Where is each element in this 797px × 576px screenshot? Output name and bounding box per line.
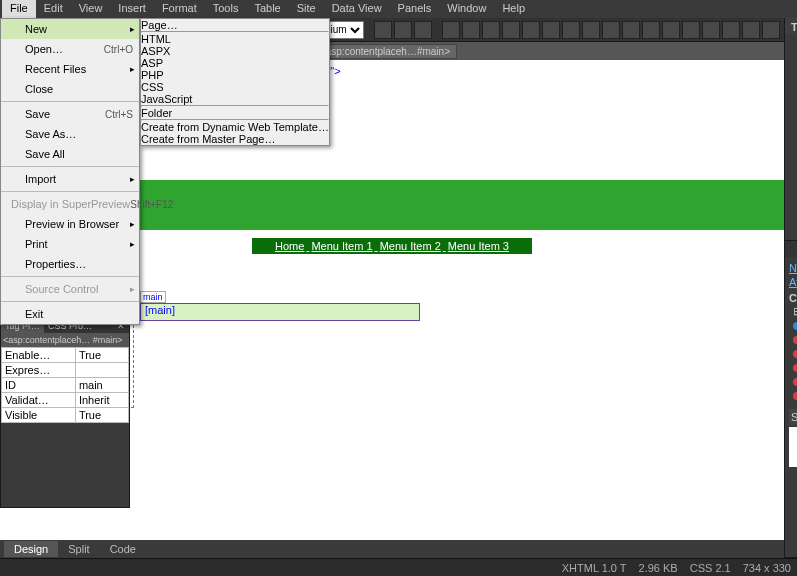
- file-menu-item[interactable]: Exit: [1, 304, 139, 324]
- tag-crumb: <asp:contentplaceh… #main>: [1, 333, 129, 347]
- menu-insert[interactable]: Insert: [110, 0, 154, 18]
- tab-design[interactable]: Design: [4, 541, 58, 557]
- status-doctype: XHTML 1.0 T: [562, 562, 627, 574]
- nav-link[interactable]: Menu Item 3: [448, 240, 509, 252]
- italic-button[interactable]: [462, 21, 480, 39]
- outdent-button[interactable]: [622, 21, 640, 39]
- underline-button[interactable]: [482, 21, 500, 39]
- tree-node[interactable]: ASP.NET Controls: [789, 93, 797, 107]
- placeholder-box[interactable]: [main]: [140, 303, 420, 321]
- toolbar-button[interactable]: [394, 21, 412, 39]
- align-right-button[interactable]: [542, 21, 560, 39]
- toolbar-button[interactable]: [722, 21, 740, 39]
- new-style-link[interactable]: New Style…: [789, 262, 797, 274]
- toolbar-button[interactable]: [662, 21, 680, 39]
- file-menu-item[interactable]: Close: [1, 79, 139, 99]
- css-rule[interactable]: #header: [789, 347, 797, 361]
- new-submenu-item[interactable]: Folder: [141, 107, 329, 119]
- top-nav-menu: Home Menu Item 1 Menu Item 2 Menu Item 3: [252, 238, 532, 254]
- file-menu-item[interactable]: Preview in Browser: [1, 214, 139, 234]
- tab-apply-styles[interactable]: Apply Styles: [785, 241, 797, 257]
- new-submenu-item[interactable]: PHP: [141, 69, 329, 81]
- file-menu-item[interactable]: SaveCtrl+S: [1, 104, 139, 124]
- new-submenu-item[interactable]: CSS: [141, 81, 329, 93]
- menu-window[interactable]: Window: [439, 0, 494, 18]
- file-menu-item[interactable]: Print: [1, 234, 139, 254]
- style-preview-label: Selected style preview:: [789, 409, 797, 425]
- menu-dataview[interactable]: Data View: [324, 0, 390, 18]
- menu-table[interactable]: Table: [246, 0, 288, 18]
- file-menu-item[interactable]: New: [1, 19, 139, 39]
- nav-link[interactable]: Home: [275, 240, 304, 252]
- css-rule[interactable]: #main-content: [789, 389, 797, 403]
- file-menu-item[interactable]: Save As…: [1, 124, 139, 144]
- indent-button[interactable]: [642, 21, 660, 39]
- toolbar-button[interactable]: [414, 21, 432, 39]
- tree-node[interactable]: Media: [789, 79, 797, 93]
- bold-button[interactable]: [442, 21, 460, 39]
- content-placeholder[interactable]: main [main]: [140, 290, 420, 321]
- new-submenu-item[interactable]: ASPX: [141, 45, 329, 57]
- align-center-button[interactable]: [522, 21, 540, 39]
- menu-tools[interactable]: Tools: [205, 0, 247, 18]
- list-button[interactable]: [582, 21, 600, 39]
- toolbar-button[interactable]: [742, 21, 760, 39]
- attach-stylesheet-link[interactable]: Attach Style Sheet…: [789, 276, 797, 288]
- file-menu-item: Source Control: [1, 279, 139, 299]
- view-tabs: Design Split Code: [0, 540, 784, 558]
- menu-view[interactable]: View: [71, 0, 111, 18]
- css-file[interactable]: ⊟ sample.css: [789, 304, 797, 319]
- breadcrumb-segment[interactable]: <asp:contentplaceh…#main>: [313, 44, 457, 59]
- tab-code[interactable]: Code: [100, 541, 146, 557]
- new-submenu-item[interactable]: Create from Master Page…: [141, 133, 329, 145]
- file-menu-item[interactable]: Recent Files: [1, 59, 139, 79]
- menu-file[interactable]: File: [2, 0, 36, 18]
- toolbox-panel: Toolbox ✕ HTMLTagsForm ControlsMediaASP.…: [785, 18, 797, 241]
- toolbar-button[interactable]: [762, 21, 780, 39]
- tree-node[interactable]: Validation: [789, 224, 797, 238]
- new-submenu-item[interactable]: JavaScript: [141, 93, 329, 105]
- new-submenu-item[interactable]: ASP: [141, 57, 329, 69]
- css-rule[interactable]: #left-nav: [789, 375, 797, 389]
- toolbox-title: Toolbox: [791, 21, 797, 33]
- placeholder-tag: main: [140, 291, 166, 303]
- style-preview: [789, 427, 797, 467]
- new-submenu-item[interactable]: Create from Dynamic Web Template…: [141, 121, 329, 133]
- menubar: File Edit View Insert Format Tools Table…: [0, 0, 797, 18]
- file-menu-item[interactable]: Save All: [1, 144, 139, 164]
- tree-node[interactable]: HTML: [789, 37, 797, 51]
- css-rule[interactable]: #container: [789, 333, 797, 347]
- nav-link[interactable]: Menu Item 2: [380, 240, 441, 252]
- file-menu-item[interactable]: Properties…: [1, 254, 139, 274]
- toolbar-button[interactable]: [682, 21, 700, 39]
- new-submenu: Page…HTMLASPXASPPHPCSSJavaScriptFolderCr…: [140, 18, 330, 146]
- status-bar: XHTML 1.0 T 2.96 KB CSS 2.1 734 x 330: [0, 558, 797, 576]
- toolbar-button[interactable]: [702, 21, 720, 39]
- file-menu-item[interactable]: Import: [1, 169, 139, 189]
- status-filesize: 2.96 KB: [639, 562, 678, 574]
- menu-site[interactable]: Site: [289, 0, 324, 18]
- toolbar-button[interactable]: [374, 21, 392, 39]
- new-submenu-item[interactable]: Page…: [141, 19, 329, 31]
- tree-node[interactable]: Form Controls: [789, 65, 797, 79]
- file-menu-item[interactable]: Open…Ctrl+O: [1, 39, 139, 59]
- menu-format[interactable]: Format: [154, 0, 205, 18]
- tree-node[interactable]: Tags: [789, 51, 797, 65]
- file-menu-dropdown: NewOpen…Ctrl+ORecent FilesCloseSaveCtrl+…: [0, 18, 140, 325]
- new-submenu-item[interactable]: HTML: [141, 33, 329, 45]
- property-grid[interactable]: Enable…TrueExpres…IDmainValidat…InheritV…: [1, 347, 129, 423]
- css-rule[interactable]: #top-nav: [789, 361, 797, 375]
- menu-help[interactable]: Help: [494, 0, 533, 18]
- css-rule[interactable]: body: [789, 319, 797, 333]
- menu-panels[interactable]: Panels: [390, 0, 440, 18]
- css-styles-heading: CSS styles:: [789, 292, 797, 304]
- nav-link[interactable]: Menu Item 1: [311, 240, 372, 252]
- file-menu-item: Display in SuperPreviewShift+F12: [1, 194, 139, 214]
- tab-split[interactable]: Split: [58, 541, 99, 557]
- align-left-button[interactable]: [502, 21, 520, 39]
- menu-edit[interactable]: Edit: [36, 0, 71, 18]
- tree-node[interactable]: Standard: [789, 107, 797, 121]
- align-justify-button[interactable]: [562, 21, 580, 39]
- tree-node[interactable]: Data: [789, 121, 797, 135]
- list-button[interactable]: [602, 21, 620, 39]
